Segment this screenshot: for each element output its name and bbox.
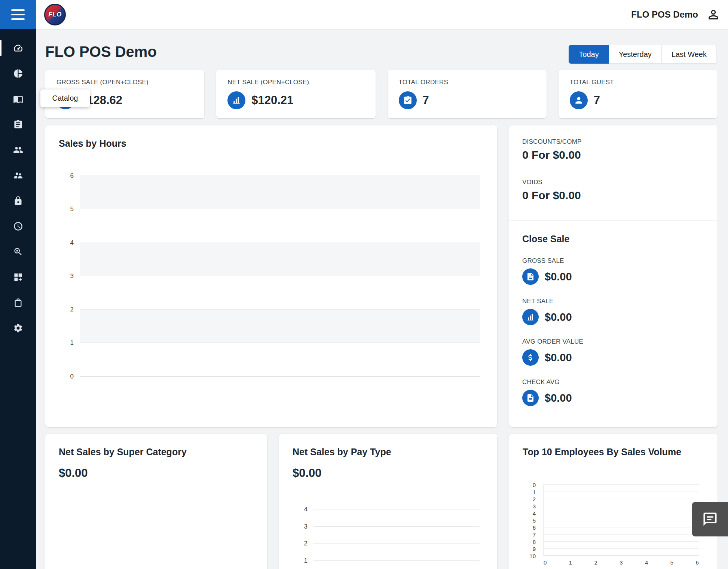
y-tick: 0: [59, 373, 74, 380]
top-employees-chart: 0 1 2 3 4 5 6 7 8 9 10 0 1 2 3 4 5 6: [523, 484, 699, 566]
gear-icon: [13, 323, 23, 333]
y-tick: 5: [521, 517, 538, 524]
y-tick: 10: [521, 553, 538, 559]
y-tick: 6: [59, 172, 74, 180]
sidebar-item-security[interactable]: [0, 188, 36, 213]
y-tick: 1: [293, 557, 308, 565]
flo-logo-text: FLO: [48, 11, 62, 18]
filter-today-button[interactable]: Today: [569, 45, 609, 64]
sales-by-hours-title: Sales by Hours: [59, 138, 126, 149]
filter-last-week-button[interactable]: Last Week: [662, 45, 717, 64]
voids-value: 0 For $0.00: [522, 189, 704, 202]
pie-chart-icon: [13, 69, 23, 79]
hamburger-icon: [11, 9, 25, 11]
metric-gross-sale: GROSS SALE $0.00: [522, 257, 704, 285]
sidebar-item-settings[interactable]: [0, 315, 36, 341]
summary-card: DISCOUNTS/COMP 0 For $0.00 VOIDS 0 For $…: [509, 125, 718, 427]
x-tick: 1: [569, 559, 572, 566]
clock-icon: [13, 221, 23, 231]
discounts-label: DISCOUNTS/COMP: [522, 138, 704, 146]
pay-type-total: $0.00: [293, 466, 484, 480]
lock-icon: [13, 196, 23, 206]
stat-value: 7: [594, 94, 600, 107]
sidebar-item-staff[interactable]: [0, 137, 36, 162]
sidebar-item-reports[interactable]: [0, 61, 36, 86]
y-tick: 1: [59, 339, 74, 347]
x-tick: 4: [645, 559, 648, 566]
stat-label: NET SALE (OPEN+CLOSE): [227, 79, 364, 86]
receipt-icon: [522, 268, 539, 285]
sales-by-hours-card: Sales by Hours 6 5 4 3 2 1 0: [45, 125, 497, 427]
sidebar-item-catalog[interactable]: [0, 86, 36, 112]
sidebar-item-apps[interactable]: [0, 264, 36, 290]
y-tick: 5: [59, 206, 74, 213]
y-tick: 6: [521, 524, 538, 531]
y-tick: 4: [521, 510, 538, 517]
metric-net-sale: NET SALE $0.00: [522, 298, 704, 325]
y-tick: 0: [521, 482, 538, 488]
y-tick: 4: [293, 506, 308, 513]
pay-type-title: Net Sales by Pay Type: [293, 447, 484, 457]
super-category-total: $0.00: [59, 466, 254, 480]
x-axis: 0 1 2 3 4 5 6: [544, 559, 699, 566]
x-tick: 5: [670, 559, 673, 566]
voids-label: VOIDS: [522, 179, 704, 186]
sidebar-item-orders[interactable]: [0, 112, 36, 137]
x-tick: 0: [544, 559, 547, 566]
top-bar: FLO FLO POS Demo: [0, 0, 728, 29]
search-gear-icon: [13, 247, 23, 257]
stat-label: TOTAL ORDERS: [399, 79, 535, 86]
metric-check-avg: CHECK AVG $0.00: [522, 378, 704, 406]
sidebar-item-time[interactable]: [0, 213, 36, 239]
chat-bubble-icon: [702, 511, 718, 527]
hamburger-menu-button[interactable]: [0, 0, 36, 29]
x-tick: 6: [696, 559, 699, 566]
grid-plus-icon: [13, 272, 23, 282]
y-tick: 2: [59, 306, 74, 313]
stat-card-total-guest: TOTAL GUEST 7: [559, 70, 718, 118]
filter-yesterday-button[interactable]: Yesterday: [609, 45, 662, 64]
page-title: FLO POS Demo: [45, 43, 157, 60]
net-sales-super-category-card: Net Sales by Super Category $0.00: [45, 434, 267, 569]
person-icon: [570, 91, 588, 109]
sales-by-hours-chart: 6 5 4 3 2 1 0: [59, 176, 480, 377]
y-tick: 2: [521, 496, 538, 502]
dollar-icon: [522, 349, 539, 366]
metric-avg-order-value: AVG ORDER VALUE $0.00: [522, 338, 704, 366]
y-tick: 9: [521, 546, 538, 552]
sidebar-item-store[interactable]: [0, 290, 36, 315]
topbar-right: FLO POS Demo: [631, 0, 721, 29]
top-employees-title: Top 10 Employees By Sales Volume: [523, 447, 704, 457]
net-sales-pay-type-card: Net Sales by Pay Type $0.00 4 3 2 1: [279, 434, 497, 569]
shopping-bag-icon: [13, 298, 23, 308]
y-tick: 8: [521, 539, 538, 545]
profile-icon[interactable]: [706, 7, 721, 22]
sidebar-item-customers[interactable]: [0, 162, 36, 188]
receipt-icon: [522, 390, 539, 406]
sidebar-item-dashboard[interactable]: [0, 35, 36, 61]
y-tick: 2: [293, 540, 308, 547]
date-filter-group: Today Yesterday Last Week: [569, 45, 717, 64]
stat-value: 7: [423, 94, 429, 107]
chat-widget-button[interactable]: [692, 502, 728, 536]
sidebar-nav: [0, 29, 36, 569]
x-tick: 2: [594, 559, 597, 566]
stat-label: TOTAL GUEST: [570, 79, 706, 86]
bar-chart-icon: [227, 91, 245, 109]
stat-card-row: GROSS SALE (OPEN+CLOSE) $128.62 NET SALE…: [45, 70, 718, 118]
stat-card-total-orders: TOTAL ORDERS 7: [388, 70, 547, 118]
stat-label: GROSS SALE (OPEN+CLOSE): [56, 79, 193, 86]
y-tick: 3: [521, 503, 538, 509]
sidebar-item-audit[interactable]: [0, 239, 36, 264]
y-tick: 4: [59, 239, 74, 247]
clipboard-check-icon: [399, 91, 417, 109]
super-category-title: Net Sales by Super Category: [59, 447, 254, 457]
y-tick: 7: [521, 532, 538, 538]
bar-chart-icon: [522, 309, 539, 325]
stat-value: $120.21: [251, 94, 293, 107]
clipboard-icon: [13, 119, 23, 130]
pay-type-chart: 4 3 2 1: [293, 509, 480, 569]
people-group-icon: [13, 145, 23, 155]
catalog-tooltip: Catalog: [40, 89, 90, 107]
dashboard-gauge-icon: [13, 43, 23, 53]
